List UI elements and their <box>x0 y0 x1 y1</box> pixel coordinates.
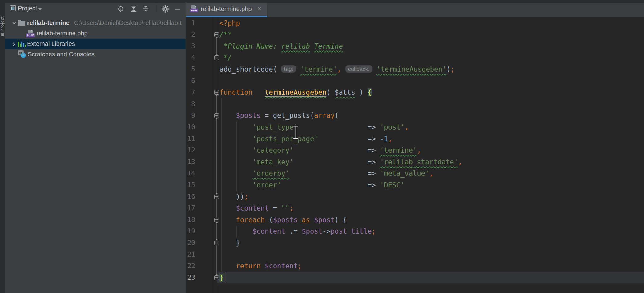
line-number[interactable]: 13 <box>186 156 195 168</box>
line-number[interactable]: 21 <box>186 249 195 261</box>
code-token: => <box>368 169 380 177</box>
line-number[interactable]: 8 <box>186 98 195 110</box>
code-token: 'meta_key' <box>252 158 294 166</box>
code-line[interactable]: } <box>219 272 223 284</box>
gutter-faint-line <box>212 17 212 293</box>
line-number[interactable]: 18 <box>186 214 195 226</box>
code-token: { <box>368 88 372 96</box>
fold-end-icon[interactable] <box>214 241 219 245</box>
code-line[interactable]: 'orderby' => 'meta_value', <box>219 168 433 179</box>
ibeam-mouse-cursor <box>292 125 300 140</box>
code-line[interactable]: */ <box>219 52 232 64</box>
code-token: "" <box>281 204 289 212</box>
line-number[interactable]: 3 <box>186 41 195 52</box>
code-token: 'order' <box>252 181 281 189</box>
tree-item-label[interactable]: relilab-termine <box>27 19 70 26</box>
code-token <box>298 216 302 224</box>
code-token: 'relilab_startdate' <box>380 158 458 166</box>
tab-relilab-termine-php[interactable]: PHP relilab-termine.php × <box>186 3 267 16</box>
line-number[interactable]: 23 <box>186 272 195 284</box>
code-line[interactable]: 'category' => 'termine', <box>219 145 421 156</box>
tree-row-php-file[interactable]: PHP relilab-termine.php <box>5 28 186 39</box>
code-token: } <box>219 239 240 247</box>
fold-start-icon[interactable] <box>214 32 219 37</box>
line-number[interactable]: 4 <box>186 52 195 64</box>
line-number[interactable]: 12 <box>186 145 195 156</box>
collapse-all-icon[interactable] <box>129 4 138 14</box>
tree-item-label[interactable]: relilab-termine.php <box>37 30 88 37</box>
code-token: , <box>458 158 462 166</box>
code-line[interactable]: <?php <box>219 18 240 29</box>
line-number[interactable]: 1 <box>186 18 195 29</box>
code-line[interactable]: foreach ($posts as $post) { <box>219 214 347 226</box>
fold-start-icon[interactable] <box>214 218 219 222</box>
code-line[interactable]: )); <box>219 191 248 203</box>
code-token <box>219 204 236 212</box>
code-token <box>293 158 367 166</box>
tree-row-project-root[interactable]: relilab-termine C:\Users\Daniel\Desktop\… <box>5 18 186 28</box>
close-icon[interactable]: × <box>258 5 261 12</box>
chevron-down-icon[interactable] <box>12 21 17 25</box>
fold-start-icon[interactable] <box>214 90 219 95</box>
line-number[interactable]: 19 <box>186 226 195 237</box>
code-token: ; <box>298 262 302 270</box>
code-line[interactable]: 'post_type' => 'post', <box>219 122 409 133</box>
code-line[interactable]: return $content; <box>219 260 302 272</box>
code-line[interactable]: $posts = get_posts(array( <box>219 110 339 122</box>
fold-start-icon[interactable] <box>214 113 219 118</box>
fold-end-icon[interactable] <box>214 195 219 199</box>
code-line[interactable]: $content = ""; <box>219 203 293 214</box>
code-token: ; <box>372 227 376 235</box>
code-token: -> <box>322 227 331 235</box>
line-number[interactable]: 22 <box>186 260 195 272</box>
expand-all-icon[interactable] <box>141 4 150 14</box>
code-line[interactable]: *Plugin Name: relilab Termine <box>219 41 343 52</box>
chevron-down-icon[interactable] <box>38 8 42 10</box>
code-line[interactable]: 'order' => 'DESC' <box>219 179 405 191</box>
code-token: Termine <box>314 42 343 50</box>
fold-end-icon[interactable] <box>214 55 219 60</box>
code-token: return <box>236 262 260 270</box>
code-token: ( <box>310 111 314 119</box>
hide-panel-icon[interactable] <box>173 4 182 14</box>
code-line[interactable]: $content .= $post->post_title; <box>219 226 376 237</box>
line-number[interactable]: 10 <box>186 122 195 133</box>
code-token: $posts <box>273 216 298 224</box>
line-number[interactable]: 2 <box>186 29 195 41</box>
chevron-right-icon[interactable] <box>12 42 16 47</box>
fold-end-icon[interactable] <box>214 275 219 280</box>
code-token <box>219 262 236 270</box>
line-number[interactable]: 6 <box>186 75 195 87</box>
code-line[interactable]: add_shortcode( tag: 'termine', callback:… <box>219 64 455 75</box>
code-token <box>219 216 236 224</box>
line-number[interactable]: 9 <box>186 110 195 122</box>
tree-row-external-libraries[interactable]: External Libraries <box>5 39 186 49</box>
line-number[interactable]: 14 <box>186 168 195 179</box>
code-token: => <box>368 146 380 154</box>
code-line[interactable]: 'posts_per_page' => -1, <box>219 133 392 145</box>
line-number[interactable]: 7 <box>186 87 195 98</box>
line-number[interactable]: 15 <box>186 179 195 191</box>
project-panel-title[interactable]: Project <box>18 5 37 12</box>
tree-row-scratches[interactable]: ≫ Scratches and Consoles <box>5 49 186 60</box>
line-number[interactable]: 5 <box>186 64 195 75</box>
line-number[interactable]: 17 <box>186 203 195 214</box>
code-token: .= <box>285 227 302 235</box>
code-line[interactable]: function termineAusgeben( $atts ) { <box>219 87 372 98</box>
tab-label[interactable]: relilab-termine.php <box>201 6 252 13</box>
line-number[interactable]: 16 <box>186 191 195 203</box>
tree-item-label[interactable]: Scratches and Consoles <box>28 51 95 58</box>
tool-window-icon[interactable] <box>1 33 4 36</box>
code-line[interactable]: /** <box>219 29 232 41</box>
settings-gear-icon[interactable] <box>161 4 170 14</box>
code-token: relilab <box>281 42 310 50</box>
code-editor[interactable]: 1<?php2/**3 *Plugin Name: relilab Termin… <box>186 17 644 293</box>
code-line[interactable]: 'meta_key' => 'relilab_startdate', <box>219 156 462 168</box>
tree-item-label[interactable]: External Libraries <box>27 40 75 47</box>
code-line[interactable]: } <box>219 237 240 249</box>
php-file-icon: PHP <box>190 5 199 13</box>
line-number[interactable]: 20 <box>186 237 195 249</box>
code-token: array <box>314 111 335 119</box>
line-number[interactable]: 11 <box>186 133 195 145</box>
locate-icon[interactable] <box>116 4 125 14</box>
